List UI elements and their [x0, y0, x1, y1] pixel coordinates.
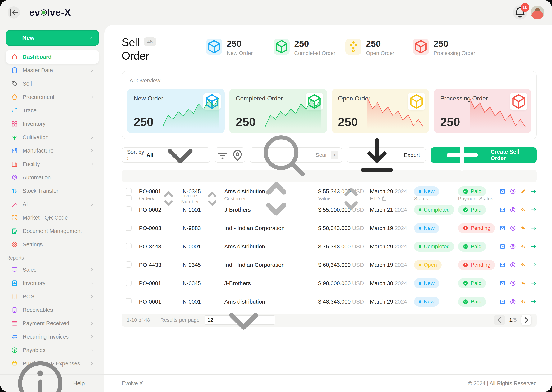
- overview-card-new-order: New Order250: [127, 89, 225, 133]
- search-box[interactable]: /: [250, 147, 342, 163]
- row-checkbox[interactable]: [125, 298, 132, 304]
- pencil-icon[interactable]: [520, 188, 527, 195]
- sidebar-item-market-qr-code[interactable]: Market - QR Code: [6, 211, 99, 224]
- main-panel: Sell48 Order 250New Order250Completed Or…: [104, 25, 552, 392]
- per-page-dropdown[interactable]: 12: [204, 315, 276, 325]
- sidebar-item-recurring-invoices[interactable]: Recurring Invoices: [6, 330, 99, 343]
- sidebar-item-settings[interactable]: Settings: [6, 238, 99, 251]
- etd-cell: March 29 2024: [370, 244, 414, 250]
- undo-icon[interactable]: [520, 207, 527, 213]
- location-button[interactable]: [230, 148, 245, 162]
- sidebar-item-manufacture[interactable]: Manufacture: [6, 144, 99, 157]
- card-value: 250: [236, 115, 255, 129]
- status-badge: Completed: [414, 242, 454, 252]
- select-all-checkbox[interactable]: [125, 195, 132, 201]
- arrow-right-icon[interactable]: [530, 262, 537, 268]
- row-checkbox[interactable]: [125, 188, 132, 194]
- tablet-icon: [11, 307, 18, 313]
- coin-icon[interactable]: [510, 298, 516, 305]
- sidebar-item-sell[interactable]: Sell: [6, 77, 99, 90]
- mail-icon[interactable]: [499, 188, 506, 195]
- coin-icon[interactable]: [510, 262, 516, 268]
- mail-icon[interactable]: [499, 207, 506, 213]
- mail-icon[interactable]: [499, 298, 506, 305]
- previous-page-button[interactable]: [494, 315, 505, 325]
- mail-icon[interactable]: [499, 243, 506, 250]
- stat-processing-order: 250Processing Order: [413, 39, 475, 56]
- arrow-right-icon[interactable]: [530, 188, 537, 195]
- arrow-right-icon[interactable]: [530, 298, 537, 305]
- coin-icon[interactable]: [510, 188, 516, 195]
- row-checkbox[interactable]: [125, 261, 132, 268]
- row-actions: [499, 298, 537, 305]
- qr-icon: [11, 214, 18, 221]
- sidebar-item-document-management[interactable]: Document Management: [6, 224, 99, 238]
- table-row[interactable]: PO-0001IN-0001Ams distribution$ 48,343.0…: [122, 293, 537, 311]
- new-button[interactable]: New: [6, 30, 99, 46]
- sidebar-item-stock-transfer[interactable]: Stock Transfer: [6, 184, 99, 197]
- sidebar-item-master-data[interactable]: Master Data: [6, 63, 99, 77]
- sort-by-dropdown[interactable]: Sort by : All: [122, 147, 210, 163]
- undo-icon[interactable]: [520, 262, 527, 268]
- mail-icon[interactable]: [499, 280, 506, 287]
- report-doc-icon: [11, 280, 18, 287]
- sidebar-item-receivables[interactable]: Receivables: [6, 303, 99, 317]
- chevron-right-icon: [89, 68, 94, 73]
- home-icon: [11, 53, 18, 60]
- sidebar-item-dashboard[interactable]: Dashboard: [6, 50, 99, 63]
- mail-icon[interactable]: [499, 262, 506, 268]
- undo-icon[interactable]: [520, 280, 527, 287]
- sidebar-item-inventory[interactable]: Inventory: [6, 117, 99, 131]
- search-input[interactable]: [315, 152, 328, 158]
- column-header-etd[interactable]: ETD: [370, 196, 414, 202]
- coin-icon[interactable]: [510, 207, 516, 213]
- user-avatar[interactable]: [530, 6, 544, 19]
- create-sell-order-button[interactable]: Create Sell Order: [431, 147, 537, 163]
- table-row[interactable]: PO-4433IN-0345Ind - Indian Corporation$ …: [122, 256, 537, 274]
- next-page-button[interactable]: [521, 315, 532, 325]
- row-checkbox[interactable]: [125, 280, 132, 286]
- table-row[interactable]: PO-3443IN-0001Ams distribution$ 75,343.0…: [122, 237, 537, 256]
- coin-icon[interactable]: [510, 280, 516, 287]
- help-link[interactable]: Help: [0, 355, 104, 392]
- sidebar-item-trace[interactable]: Trace: [6, 104, 99, 117]
- arrow-right-icon[interactable]: [530, 243, 537, 250]
- sidebar-collapse-button[interactable]: [8, 6, 20, 19]
- arrow-right-icon[interactable]: [530, 280, 537, 287]
- sidebar-item-inventory[interactable]: Inventory: [6, 276, 99, 290]
- trend-down-sparkline: [469, 96, 526, 129]
- undo-icon[interactable]: [520, 243, 527, 250]
- filter-button[interactable]: [215, 148, 230, 162]
- mail-icon[interactable]: [499, 225, 506, 231]
- chevron-down-icon: [87, 35, 93, 41]
- row-checkbox[interactable]: [125, 225, 132, 231]
- status-badge: New: [414, 223, 439, 233]
- coin-icon[interactable]: [510, 243, 516, 250]
- value-cell: $ 90,000.000 USD: [318, 280, 370, 287]
- undo-icon[interactable]: [520, 298, 527, 305]
- sidebar-item-pos[interactable]: POS: [6, 290, 99, 303]
- arrow-right-icon[interactable]: [530, 207, 537, 213]
- arrow-right-icon[interactable]: [530, 225, 537, 231]
- undo-icon[interactable]: [520, 225, 527, 231]
- sidebar-item-automation[interactable]: Automation: [6, 171, 99, 184]
- sidebar-item-facility[interactable]: Facility: [6, 157, 99, 171]
- stat-label: Completed Order: [294, 50, 335, 56]
- stat-value: 250: [227, 39, 253, 49]
- table-row[interactable]: PO-0003IN-9883Ind - Indian Corporation$ …: [122, 219, 537, 237]
- sidebar-item-label: POS: [23, 294, 34, 300]
- row-checkbox[interactable]: [125, 243, 132, 249]
- etd-cell: March 19 2024: [370, 225, 414, 231]
- sidebar-item-cultivation[interactable]: Cultivation: [6, 131, 99, 144]
- sidebar-item-ai[interactable]: AI: [6, 197, 99, 211]
- sidebar-item-payment-received[interactable]: Payment Received: [6, 317, 99, 330]
- etd-cell: March 29 2024: [370, 188, 414, 195]
- export-button[interactable]: Export: [347, 147, 426, 163]
- table-row[interactable]: PO-0001IN-0345J-Brothers$ 90,000.000 USD…: [122, 274, 537, 293]
- sidebar-item-procurement[interactable]: Procurement: [6, 90, 99, 104]
- sidebar-item-sales[interactable]: Sales: [6, 263, 99, 276]
- notifications-button[interactable]: 10: [513, 5, 527, 20]
- coin-icon[interactable]: [510, 225, 516, 231]
- row-checkbox[interactable]: [125, 206, 132, 212]
- column-header-customer[interactable]: Customer: [224, 170, 318, 227]
